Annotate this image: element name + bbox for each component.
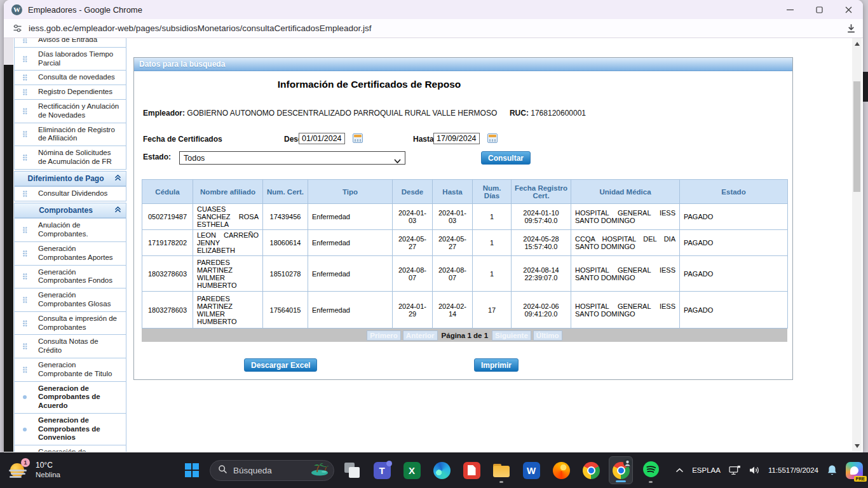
drag-handle-icon: [23, 89, 27, 95]
consultar-button[interactable]: Consultar: [481, 151, 531, 165]
site-info-icon[interactable]: [13, 24, 22, 33]
drag-handle-icon: [23, 191, 27, 197]
sidebar-item-nomina-solicitudes[interactable]: Nómina de Solicitudes de Acumulación de …: [14, 146, 126, 170]
cell-hasta: 2024-05-27: [433, 230, 473, 256]
close-button[interactable]: [834, 0, 863, 19]
hasta-input[interactable]: [433, 133, 480, 144]
pagination-prev-button[interactable]: Anterior: [403, 330, 438, 341]
web-page: Avisos de Entrada Días laborados Tiempo …: [4, 38, 863, 452]
firefox-app-button[interactable]: [549, 456, 573, 484]
folder-icon: [493, 464, 510, 477]
sidebar-item-comprobantes-fondos[interactable]: Generación Comprobantes Fondos: [14, 265, 126, 289]
taskbar-search[interactable]: Búsqueda: [210, 460, 334, 481]
sidebar-item-comprobantes-glosas[interactable]: Generación Comprobantes Glosas: [14, 288, 126, 312]
sidebar-item-rectificacion[interactable]: Rectificación y Anulación de Novedades: [14, 99, 126, 123]
descargar-excel-button[interactable]: Descargar Excel: [244, 358, 317, 372]
copilot-button[interactable]: PRE: [846, 462, 863, 479]
calendar-icon-desde[interactable]: [353, 133, 363, 143]
url-bar[interactable]: iess.gob.ec/empleador-web/pages/subsidio…: [4, 19, 863, 38]
pagination-first-button[interactable]: Primero: [367, 330, 400, 341]
teams-icon: T: [374, 462, 391, 479]
scrollbar-thumb[interactable]: [853, 81, 860, 192]
cell-unidad-medica: CCQA HOSPITAL DEL DIA SANTO DOMINGO: [571, 230, 680, 256]
sidebar-item-consulta-novedades[interactable]: Consulta de novedades: [14, 70, 126, 85]
excel-app-button[interactable]: X: [400, 456, 424, 484]
sidebar-item-comprobantes-convenios[interactable]: Generacion de Comprobantes de Convenios: [14, 413, 126, 445]
cell-hasta: 2024-08-07: [433, 256, 473, 292]
sidebar-item-consultar-dividendos[interactable]: Consultar Dividendos: [14, 186, 126, 201]
sidebar-item-label: Generación Comprobantes Fondos: [38, 268, 112, 285]
sidebar-item-consulta-impresion[interactable]: Consulta e impresión de Comprobantes: [14, 311, 126, 336]
sidebar-item-comprobante-titulo[interactable]: Generacion Comprobante de Titulo: [14, 358, 126, 382]
drag-handle-icon: [23, 227, 27, 233]
calendar-icon-hasta[interactable]: [487, 133, 498, 143]
spotify-icon: [642, 461, 660, 480]
results-table: Cédula Nombre afiliado Num. Cert. Tipo D…: [142, 179, 788, 329]
cell-estado: PAGADO: [680, 204, 788, 230]
weather-widget[interactable]: 1 10°C Neblina: [9, 461, 60, 480]
window-titlebar[interactable]: W Empleadores - Google Chrome: [4, 0, 863, 19]
cell-estado: PAGADO: [680, 230, 788, 256]
maximize-button[interactable]: [804, 0, 834, 19]
sidebar-section-comprobantes[interactable]: Comprobantes: [14, 203, 126, 218]
sidebar-item-label: Avisos de Entrada: [38, 38, 97, 43]
chrome-app-button[interactable]: [579, 456, 603, 484]
tray-expand-chevron[interactable]: [675, 468, 684, 473]
pagination-next-button[interactable]: Siguiente: [492, 330, 531, 341]
taskbar: 1 10°C Neblina Búsqueda: [0, 452, 868, 488]
edge-app-button[interactable]: [430, 456, 454, 484]
download-icon[interactable]: [846, 23, 857, 34]
cell-cedula: 1803278603: [142, 256, 193, 292]
sidebar-item-label: Anulación de Comprobantes.: [38, 221, 88, 238]
file-explorer-button[interactable]: [489, 456, 513, 484]
scroll-down-arrow[interactable]: [855, 444, 860, 448]
sidebar-menu: Avisos de Entrada Días laborados Tiempo …: [14, 38, 126, 452]
sidebar-item-dias-laborados[interactable]: Días laborados Tiempo Parcial: [14, 47, 126, 71]
weather-temp: 10°C: [36, 461, 60, 470]
notification-count-badge: 1: [21, 458, 30, 467]
sidebar-item-comprobantes-acuerdo[interactable]: Generacion de Comprobantes de Acuerdo: [14, 381, 126, 414]
sidebar-item-comprobante-prestamos[interactable]: Generación de Comprobante de Préstamos: [14, 445, 126, 452]
weather-fog-icon: 1: [9, 461, 29, 480]
minimize-button[interactable]: [775, 0, 804, 19]
task-view-button[interactable]: [340, 456, 364, 484]
employer-line: Empleador: GOBIERNO AUTONOMO DESCENTRALI…: [143, 109, 586, 118]
sidebar-item-label: Registro Dependientes: [38, 88, 112, 95]
volume-icon[interactable]: [749, 466, 760, 475]
url-text[interactable]: iess.gob.ec/empleador-web/pages/subsidio…: [29, 24, 846, 33]
notifications-bell-icon[interactable]: [827, 464, 837, 476]
chrome-active-window-button[interactable]: [609, 456, 633, 484]
pagination-last-button[interactable]: Último: [533, 330, 562, 341]
sidebar-item-avisos-entrada[interactable]: Avisos de Entrada: [14, 38, 126, 48]
vertical-scrollbar[interactable]: [852, 38, 862, 452]
employer-label: Empleador:: [143, 109, 185, 118]
network-icon[interactable]: [729, 465, 741, 475]
pagination-bar: Primero Anterior Página 1 de 1 Siguiente…: [142, 329, 787, 342]
sidebar-item-anulacion-comprobantes[interactable]: Anulación de Comprobantes.: [14, 218, 126, 242]
sidebar-item-registro-dependientes[interactable]: Registro Dependientes: [14, 85, 126, 100]
spotify-app-button[interactable]: [639, 456, 663, 484]
active-window-indicator: [616, 480, 626, 482]
sidebar-section-diferimiento[interactable]: Diferimiento de Pago: [14, 171, 126, 186]
sidebar-item-notas-credito[interactable]: Consulta Notas de Crédito: [14, 334, 126, 358]
imprimir-button[interactable]: Imprimir: [474, 358, 519, 372]
pdf-app-button[interactable]: [459, 456, 484, 484]
cell-nombre: PAREDES MARTINEZ WILMER HUMBERTO: [193, 292, 263, 329]
col-header-nombre: Nombre afiliado: [193, 180, 263, 204]
desde-input[interactable]: [299, 133, 345, 144]
sidebar-item-comprobantes-aportes[interactable]: Generación Comprobantes Aportes: [14, 241, 126, 266]
word-app-button[interactable]: W: [519, 456, 543, 484]
cell-cedula: 1719178202: [142, 230, 193, 256]
language-indicator[interactable]: ESP LAA: [692, 466, 721, 475]
chrome-icon: [583, 462, 600, 479]
scroll-up-arrow[interactable]: [855, 42, 860, 46]
cell-hasta: 2024-01-03: [433, 204, 473, 230]
sidebar-item-label: Nómina de Solicitudes de Acumulación de …: [38, 149, 112, 165]
estado-select[interactable]: Todos: [179, 151, 405, 165]
search-highlight-island-icon[interactable]: [309, 461, 331, 479]
sidebar-item-eliminacion-registro[interactable]: Eliminación de Registro de Afiliación: [14, 123, 126, 147]
drag-handle-icon: [23, 367, 27, 373]
teams-app-button[interactable]: T: [370, 456, 394, 484]
clock-widget[interactable]: 11:55 17/9/2024: [768, 466, 818, 475]
start-button[interactable]: [180, 456, 204, 484]
